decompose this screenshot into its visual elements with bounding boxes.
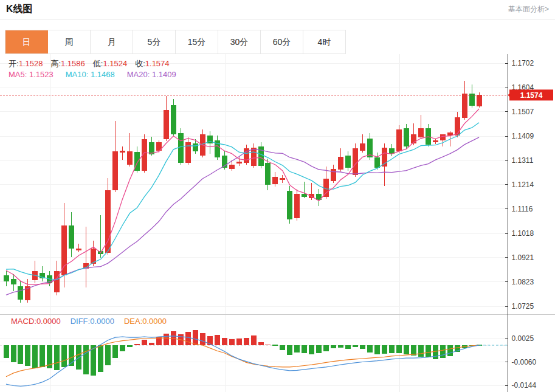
svg-text:1.0823: 1.0823 (512, 278, 534, 286)
tab-4hour[interactable]: 4时 (303, 30, 346, 53)
svg-text:-0.0060: -0.0060 (512, 358, 537, 366)
candles-layer (4, 81, 482, 303)
page-title: K线图 (6, 3, 33, 16)
tab-5min[interactable]: 5分 (133, 30, 176, 53)
kline-chart[interactable]: 1.17021.16041.15071.14091.13111.12141.11… (0, 54, 555, 392)
svg-text:1.1409: 1.1409 (512, 132, 534, 140)
last-price-label: 1.1574 (508, 89, 554, 100)
svg-text:1.0725: 1.0725 (512, 302, 534, 311)
fundamental-analysis-link[interactable]: 基本面分析> (508, 4, 549, 15)
svg-text:1.1116: 1.1116 (512, 205, 533, 213)
tab-month[interactable]: 月 (91, 30, 133, 53)
svg-text:1.1311: 1.1311 (512, 156, 534, 165)
svg-text:1.1702: 1.1702 (512, 59, 534, 67)
svg-text:-0.0144: -0.0144 (512, 381, 537, 390)
svg-text:1.1574: 1.1574 (520, 91, 543, 100)
svg-text:1.0921: 1.0921 (512, 253, 534, 262)
tab-15min[interactable]: 15分 (176, 30, 218, 53)
kline-chart-canvas[interactable]: 1.17021.16041.15071.14091.13111.12141.11… (0, 54, 555, 392)
svg-text:1.1018: 1.1018 (512, 229, 534, 238)
svg-text:1.1507: 1.1507 (512, 108, 534, 116)
svg-text:0.0025: 0.0025 (512, 334, 534, 343)
ma20-line (6, 137, 479, 295)
price-axis-labels: 1.17021.16041.15071.14091.13111.12141.11… (505, 59, 537, 390)
page-header: K线图 基本面分析> (0, 0, 555, 19)
macd-histogram (4, 330, 482, 376)
interval-tabs: 日 周 月 5分 15分 30分 60分 4时 (5, 30, 346, 54)
svg-text:1.1214: 1.1214 (512, 181, 534, 189)
tab-30min[interactable]: 30分 (218, 30, 261, 53)
tab-week[interactable]: 周 (48, 30, 91, 53)
tab-day[interactable]: 日 (5, 30, 48, 53)
tab-60min[interactable]: 60分 (261, 30, 303, 53)
